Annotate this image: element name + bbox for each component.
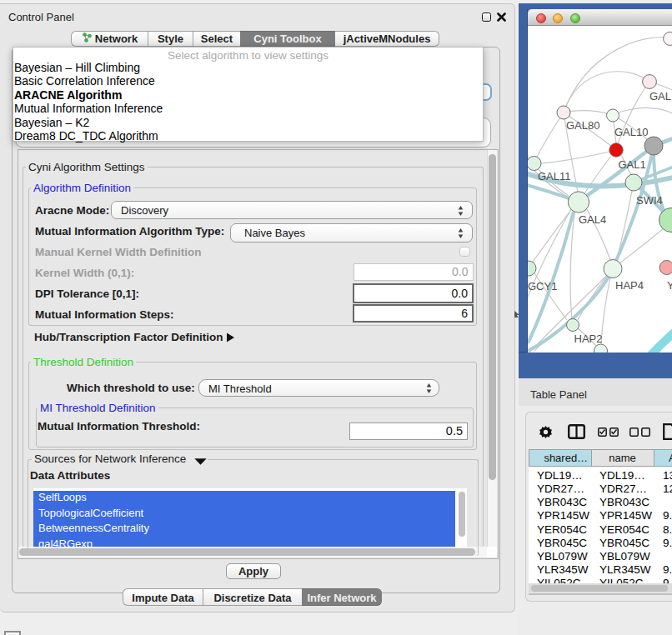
svg-text:GAL1: GAL1 [619, 158, 646, 171]
svg-text:GAL: GAL [649, 90, 671, 102]
svg-text:GAL10: GAL10 [614, 126, 648, 138]
svg-text:GAL80: GAL80 [566, 119, 599, 132]
svg-text:HAP4: HAP4 [615, 279, 644, 292]
svg-text:SWI4: SWI4 [636, 194, 663, 207]
svg-text:GCY1: GCY1 [528, 280, 557, 292]
svg-text:HAP2: HAP2 [574, 332, 603, 345]
svg-text:GAL4: GAL4 [579, 213, 606, 226]
svg-text:GAL11: GAL11 [538, 170, 571, 182]
svg-text:Y: Y [667, 279, 672, 292]
